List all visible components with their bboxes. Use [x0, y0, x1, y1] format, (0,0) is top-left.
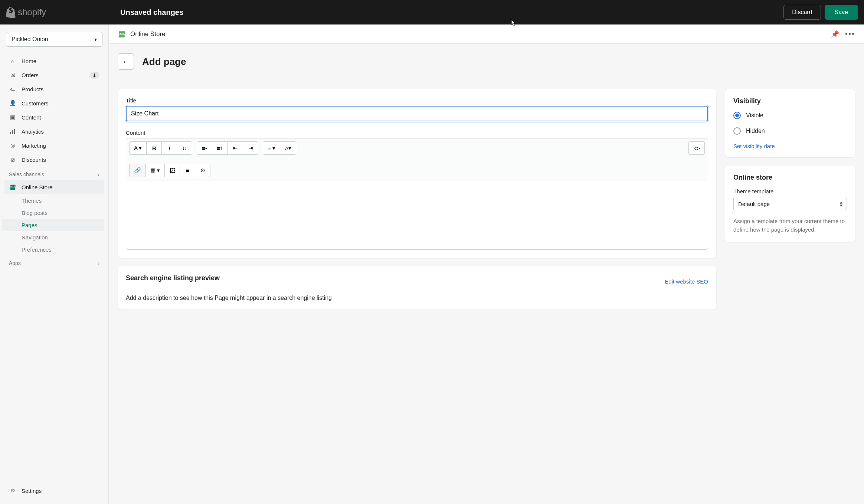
nav-sub-blog-posts[interactable]: Blog posts — [4, 207, 104, 219]
nav-marketing[interactable]: ◎ Marketing — [4, 139, 104, 152]
nav-orders[interactable]: ☒ Orders 1 — [4, 68, 104, 82]
title-label: Title — [126, 97, 708, 104]
online-store-heading: Online store — [733, 174, 847, 181]
pin-icon[interactable]: 📌 — [831, 30, 839, 38]
outdent-button[interactable]: ⇤ — [228, 141, 243, 155]
back-button[interactable]: ← — [118, 53, 134, 70]
svg-rect-2 — [14, 129, 15, 134]
svg-rect-1 — [12, 130, 13, 134]
unsaved-changes-label: Unsaved changes — [120, 8, 183, 17]
page-form-card: Title Content A ▾ B I U — [118, 89, 716, 258]
topbar: shopify Unsaved changes Discard Save — [0, 0, 864, 24]
home-icon: ⌂ — [9, 57, 16, 65]
chevron-right-icon: › — [98, 260, 99, 266]
nav-analytics[interactable]: Analytics — [4, 125, 104, 138]
bold-button[interactable]: B — [146, 141, 162, 155]
indent-button[interactable]: ⇥ — [243, 141, 258, 155]
radio-icon — [733, 112, 741, 119]
svg-rect-0 — [10, 132, 11, 134]
store-icon — [118, 30, 126, 38]
nav-customers[interactable]: 👤 Customers — [4, 96, 104, 110]
content-label: Content — [126, 130, 708, 136]
nav-sub-navigation[interactable]: Navigation — [4, 231, 104, 243]
discount-icon: ⦻ — [9, 156, 16, 163]
template-help-text: Assign a template from your current them… — [733, 217, 847, 234]
bullet-list-button[interactable]: ≡• — [197, 141, 212, 155]
header-title: Online Store — [130, 30, 166, 38]
seo-heading: Search engine listing preview — [126, 274, 220, 282]
template-select[interactable]: Default page — [733, 197, 847, 211]
video-button[interactable]: ■ — [180, 164, 195, 177]
page-title: Add page — [142, 56, 186, 68]
nav-sub-themes[interactable]: Themes — [4, 194, 104, 207]
discard-button[interactable]: Discard — [783, 5, 821, 20]
target-icon: ◎ — [9, 142, 16, 149]
sidebar: Pickled Onion ▾ ⌂ Home ☒ Orders 1 🏷 Prod… — [0, 24, 109, 504]
link-button[interactable]: 🔗 — [129, 164, 146, 177]
nav-settings[interactable]: ⚙ Settings — [4, 484, 104, 497]
template-label: Theme template — [733, 188, 847, 194]
content-body[interactable] — [126, 180, 708, 249]
orders-icon: ☒ — [9, 71, 16, 79]
main-content: Online Store 📌 ••• ← Add page Title Cont… — [109, 24, 864, 504]
chevron-right-icon: › — [98, 171, 99, 177]
edit-seo-link[interactable]: Edit website SEO — [665, 278, 708, 285]
align-button[interactable]: ≡ ▾ — [263, 141, 280, 155]
set-visibility-date-link[interactable]: Set visibility date — [733, 143, 775, 149]
visibility-card: Visibility Visible Hidden Set visibility… — [725, 89, 855, 157]
image-button[interactable]: 🖼 — [164, 164, 180, 177]
more-icon[interactable]: ••• — [845, 30, 855, 38]
radio-icon — [733, 127, 741, 135]
shopify-logo: shopify — [6, 7, 46, 18]
seo-description: Add a description to see how this Page m… — [126, 295, 708, 301]
orders-badge: 1 — [89, 72, 99, 79]
nav-sub-pages[interactable]: Pages — [2, 219, 104, 231]
table-button[interactable]: ▦ ▾ — [145, 164, 165, 177]
italic-button[interactable]: I — [161, 141, 177, 155]
store-selector[interactable]: Pickled Onion ▾ — [6, 32, 102, 47]
chevron-down-icon: ▾ — [94, 36, 97, 42]
radio-hidden[interactable]: Hidden — [733, 127, 847, 135]
sales-channels-section[interactable]: Sales channels › — [4, 167, 104, 180]
underline-button[interactable]: U — [177, 141, 192, 155]
select-caret-icon: ▴▾ — [840, 200, 842, 207]
nav-sub-preferences[interactable]: Preferences — [4, 243, 104, 256]
nav-content[interactable]: ▣ Content — [4, 111, 104, 124]
seo-card: Search engine listing preview Edit websi… — [118, 266, 716, 310]
number-list-button[interactable]: ≡1 — [212, 141, 228, 155]
person-icon: 👤 — [9, 99, 16, 107]
store-icon — [9, 183, 16, 191]
content-icon: ▣ — [9, 114, 16, 121]
apps-section[interactable]: Apps › — [4, 256, 104, 269]
nav-online-store[interactable]: Online Store — [4, 180, 104, 194]
gear-icon: ⚙ — [9, 487, 16, 494]
save-button[interactable]: Save — [825, 5, 858, 20]
analytics-icon — [9, 128, 16, 135]
brand-text: shopify — [18, 7, 46, 17]
html-button[interactable]: <> — [688, 141, 705, 155]
rich-text-editor: A ▾ B I U ≡• ≡1 ⇤ ⇥ — [126, 138, 708, 250]
page-header-bar: Online Store 📌 ••• — [109, 24, 864, 44]
store-name: Pickled Onion — [12, 36, 48, 43]
tag-icon: 🏷 — [9, 85, 16, 93]
nav-discounts[interactable]: ⦻ Discounts — [4, 153, 104, 166]
nav-products[interactable]: 🏷 Products — [4, 82, 104, 96]
radio-visible[interactable]: Visible — [733, 112, 847, 119]
clear-format-button[interactable]: ⊘ — [195, 164, 210, 177]
visibility-heading: Visibility — [733, 97, 847, 105]
font-style-button[interactable]: A ▾ — [129, 141, 147, 155]
title-input[interactable] — [126, 106, 708, 121]
text-color-button[interactable]: A ▾ — [280, 141, 296, 155]
online-store-card: Online store Theme template Default page… — [725, 166, 855, 242]
nav-home[interactable]: ⌂ Home — [4, 54, 104, 68]
